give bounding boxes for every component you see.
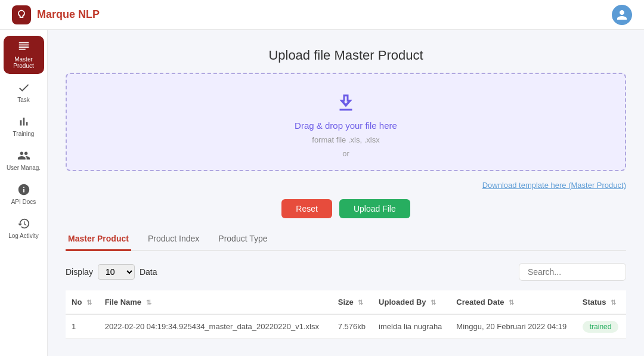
status-badge: trained bbox=[583, 321, 619, 333]
brand-logo bbox=[12, 5, 31, 24]
or-text: or bbox=[342, 149, 349, 158]
display-control: Display 10 5 25 50 100 Data bbox=[66, 264, 157, 280]
main-content: Upload file Master Product Drag & drop y… bbox=[48, 30, 644, 356]
tabs: Master Product Product Index Product Typ… bbox=[66, 228, 626, 251]
cell-status: trained bbox=[577, 314, 626, 339]
download-template-link[interactable]: Download template here (Master Product) bbox=[66, 181, 626, 190]
sidebar-label-training: Training bbox=[13, 131, 35, 137]
sort-icon-created-date: ⇅ bbox=[509, 299, 514, 306]
tab-product-index[interactable]: Product Index bbox=[145, 228, 202, 251]
upload-title: Upload file Master Product bbox=[66, 48, 626, 63]
tab-master-product[interactable]: Master Product bbox=[66, 228, 131, 251]
upload-actions: Reset Upload File bbox=[66, 199, 626, 218]
upload-file-button[interactable]: Upload File bbox=[339, 199, 410, 218]
sort-icon-size: ⇅ bbox=[358, 299, 363, 306]
sidebar-item-user-management[interactable]: User Manag. bbox=[4, 144, 44, 176]
display-select[interactable]: 10 5 25 50 100 bbox=[98, 264, 135, 280]
sidebar-label-log-activity: Log Activity bbox=[8, 233, 39, 239]
table-row: 1 2022-02-20 04:19:34.925434_master_data… bbox=[66, 314, 626, 339]
tab-product-type[interactable]: Product Type bbox=[216, 228, 270, 251]
data-label: Data bbox=[140, 267, 157, 277]
col-header-size[interactable]: Size ⇅ bbox=[332, 290, 373, 314]
sort-icon-uploaded-by: ⇅ bbox=[431, 299, 436, 306]
format-text: format file .xls, .xlsx bbox=[312, 135, 379, 144]
cell-uploaded-by: imelda lia nugraha bbox=[373, 314, 450, 339]
col-header-no[interactable]: No ⇅ bbox=[66, 290, 99, 314]
reset-button[interactable]: Reset bbox=[281, 199, 332, 218]
col-header-uploaded-by[interactable]: Uploaded By ⇅ bbox=[373, 290, 450, 314]
display-label: Display bbox=[66, 267, 93, 277]
drag-drop-text: Drag & drop your file here bbox=[295, 120, 397, 131]
sidebar-label-user-management: User Manag. bbox=[7, 165, 41, 171]
cell-no: 1 bbox=[66, 314, 99, 339]
sort-icon-status: ⇅ bbox=[611, 299, 616, 306]
upload-zone[interactable]: Drag & drop your file here format file .… bbox=[66, 73, 626, 171]
sidebar-label-api-docs: API Docs bbox=[11, 199, 36, 205]
col-header-file-name[interactable]: File Name ⇅ bbox=[99, 290, 332, 314]
cell-created-date: Minggu, 20 Februari 2022 04:19 bbox=[450, 314, 576, 339]
brand: Marque NLP bbox=[12, 5, 100, 24]
brand-name: Marque NLP bbox=[37, 8, 100, 21]
sidebar-item-master-product[interactable]: Master Product bbox=[4, 36, 44, 74]
user-avatar[interactable] bbox=[612, 5, 632, 25]
sort-icon-file-name: ⇅ bbox=[146, 299, 151, 306]
sidebar-item-task[interactable]: Task bbox=[4, 76, 44, 108]
col-header-created-date[interactable]: Created Date ⇅ bbox=[450, 290, 576, 314]
data-table: No ⇅ File Name ⇅ Size ⇅ Uploaded By ⇅ bbox=[66, 290, 626, 339]
sidebar: Master Product Task Training User Manag.… bbox=[0, 30, 48, 356]
sidebar-item-api-docs[interactable]: API Docs bbox=[4, 178, 44, 210]
sidebar-label-task: Task bbox=[17, 97, 30, 103]
upload-icon bbox=[335, 92, 357, 116]
sidebar-item-log-activity[interactable]: Log Activity bbox=[4, 212, 44, 244]
sidebar-item-training[interactable]: Training bbox=[4, 110, 44, 142]
sort-icon-no: ⇅ bbox=[86, 299, 92, 306]
search-input[interactable] bbox=[519, 263, 626, 281]
cell-size: 7.576kb bbox=[332, 314, 373, 339]
cell-file-name: 2022-02-20 04:19:34.925434_master_data_2… bbox=[99, 314, 332, 339]
table-controls: Display 10 5 25 50 100 Data bbox=[66, 263, 626, 281]
sidebar-label-master-product: Master Product bbox=[6, 56, 42, 69]
col-header-status[interactable]: Status ⇅ bbox=[577, 290, 626, 314]
